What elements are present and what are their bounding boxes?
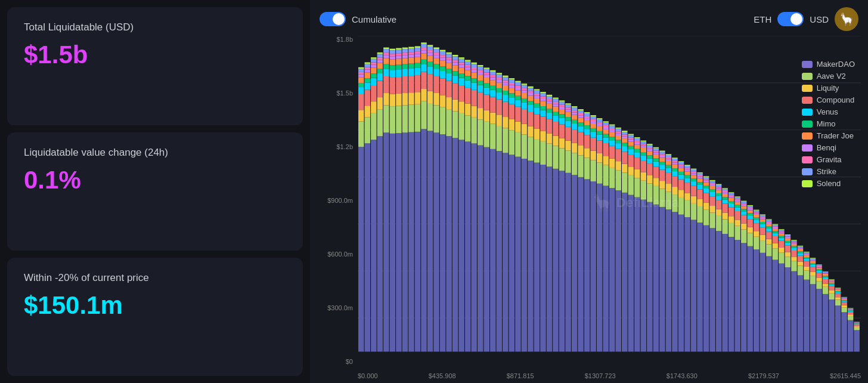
svg-rect-619: [703, 181, 709, 183]
svg-rect-804: [810, 263, 816, 264]
svg-rect-124: [421, 50, 426, 53]
svg-rect-119: [421, 89, 426, 101]
svg-rect-548: [666, 184, 671, 192]
svg-rect-726: [766, 228, 771, 232]
svg-rect-838: [829, 282, 834, 283]
svg-rect-587: [684, 168, 690, 170]
svg-rect-339: [547, 133, 552, 143]
svg-rect-171: [446, 52, 451, 54]
svg-rect-222: [478, 75, 483, 81]
svg-rect-481: [628, 175, 634, 195]
svg-rect-451: [609, 140, 615, 146]
svg-rect-8: [358, 121, 364, 147]
svg-rect-387: [572, 115, 577, 120]
svg-rect-478: [622, 132, 627, 134]
svg-rect-823: [823, 283, 828, 286]
svg-rect-425: [597, 184, 602, 352]
svg-rect-444: [603, 125, 608, 127]
svg-rect-739: [773, 228, 778, 231]
svg-rect-264: [503, 95, 508, 102]
svg-rect-642: [716, 187, 721, 188]
svg-rect-598: [691, 172, 696, 173]
svg-rect-31: [371, 101, 376, 113]
svg-rect-123: [421, 53, 426, 59]
within-20pct-label: Within -20% of current price: [24, 272, 286, 284]
svg-rect-178: [452, 65, 458, 71]
svg-rect-162: [446, 109, 451, 136]
svg-rect-75: [396, 94, 401, 106]
svg-rect-497: [634, 145, 640, 149]
svg-rect-100: [408, 64, 414, 69]
svg-rect-219: [478, 92, 483, 108]
svg-rect-456: [609, 125, 615, 128]
svg-rect-111: [415, 63, 420, 68]
svg-rect-157: [440, 57, 445, 60]
svg-rect-460: [616, 161, 621, 170]
svg-rect-595: [691, 178, 696, 181]
svg-rect-472: [622, 152, 627, 163]
svg-rect-638: [716, 196, 721, 200]
svg-rect-675: [734, 199, 740, 200]
svg-rect-81: [396, 53, 401, 55]
svg-rect-771: [791, 246, 796, 248]
legend-color-makerdao: [802, 61, 813, 68]
svg-rect-698: [748, 206, 753, 208]
svg-rect-335: [540, 93, 545, 96]
svg-rect-115: [415, 48, 420, 51]
svg-rect-566: [672, 159, 677, 161]
svg-rect-437: [603, 165, 608, 186]
svg-rect-200: [465, 70, 470, 76]
svg-rect-326: [540, 165, 545, 351]
legend-color-compound: [802, 97, 813, 104]
svg-rect-396: [578, 126, 583, 132]
svg-rect-125: [421, 48, 426, 50]
svg-rect-795: [804, 254, 809, 255]
svg-rect-17: [358, 67, 364, 69]
svg-rect-194: [465, 141, 470, 351]
x-label-0: $0.000: [358, 372, 378, 379]
svg-rect-139: [433, 132, 439, 351]
svg-rect-156: [440, 60, 445, 66]
svg-rect-225: [478, 66, 483, 70]
svg-rect-133: [427, 62, 433, 67]
svg-rect-174: [452, 100, 458, 112]
svg-rect-151: [440, 107, 445, 135]
svg-rect-847: [835, 292, 841, 294]
avatar: 🦙: [835, 7, 858, 31]
currency-toggle[interactable]: [777, 12, 804, 26]
svg-rect-515: [647, 175, 652, 183]
svg-rect-810: [816, 289, 822, 351]
svg-rect-622: [703, 176, 709, 177]
svg-rect-578: [678, 161, 684, 162]
svg-rect-143: [433, 69, 439, 76]
svg-rect-461: [616, 149, 621, 162]
svg-rect-136: [427, 50, 433, 52]
svg-rect-677: [734, 196, 740, 197]
svg-rect-734: [773, 248, 778, 260]
svg-rect-389: [572, 110, 577, 112]
svg-rect-809: [810, 258, 816, 258]
svg-rect-828: [823, 274, 828, 274]
svg-rect-821: [823, 294, 828, 352]
svg-rect-127: [421, 42, 426, 44]
svg-rect-186: [458, 85, 464, 101]
svg-rect-635: [716, 216, 721, 231]
svg-rect-863: [841, 297, 847, 298]
svg-rect-597: [691, 173, 696, 175]
svg-rect-762: [785, 237, 790, 239]
svg-rect-108: [415, 92, 420, 104]
svg-rect-255: [497, 83, 502, 88]
svg-rect-464: [616, 135, 621, 140]
svg-rect-37: [371, 63, 376, 65]
svg-rect-292: [515, 81, 520, 82]
cumulative-toggle[interactable]: [320, 12, 346, 26]
svg-rect-530: [653, 155, 659, 159]
svg-rect-47: [377, 60, 383, 63]
svg-rect-340: [547, 119, 552, 134]
cumulative-toggle-group[interactable]: Cumulative: [320, 12, 396, 26]
svg-rect-687: [741, 202, 746, 203]
svg-rect-679: [741, 230, 746, 243]
svg-rect-812: [816, 277, 822, 281]
legend-strike: Strike: [802, 167, 855, 176]
svg-rect-332: [540, 101, 545, 106]
